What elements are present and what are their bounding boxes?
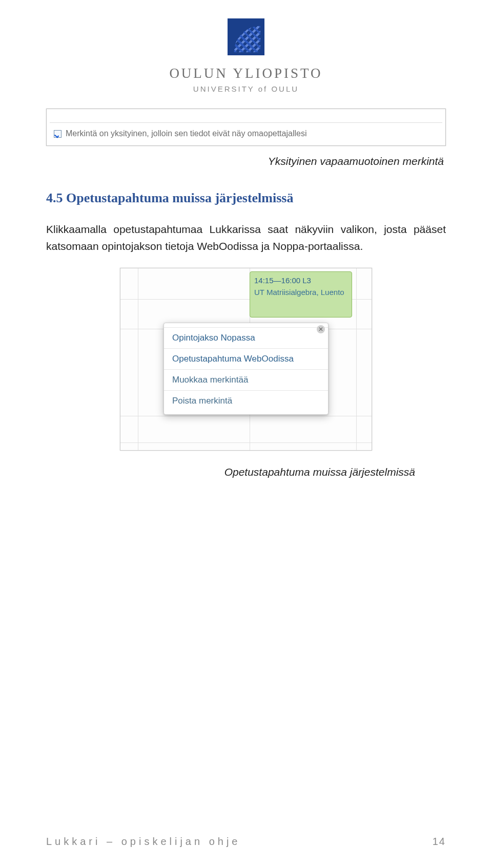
page-footer: Lukkari – opiskelijan ohje 14 [46,836,446,848]
grid-line [138,268,138,450]
university-name-fi: OULUN YLIOPISTO [46,66,446,81]
context-menu: ✕ Opintojakso Nopassa Opetustapahtuma We… [163,323,329,415]
event-time: 14:15—16:00 L3 [254,275,347,286]
menu-item-edit-mark[interactable]: Muokkaa merkintää [164,369,328,390]
menu-item-delete-mark[interactable]: Poista merkintä [164,390,328,411]
university-logo-tile [228,18,264,55]
university-name-en: UNIVERSITY of OULU [46,84,446,93]
grid-line [356,268,357,450]
close-icon[interactable]: ✕ [317,325,325,333]
private-mark-label: Merkintä on yksityinen, jolloin sen tied… [66,129,306,138]
grid-line [120,416,372,416]
menu-item-noppa[interactable]: Opintojakso Nopassa [164,327,328,348]
calendar-event[interactable]: 14:15—16:00 L3 UT Matriisialgebra, Luent… [250,271,352,317]
menu-item-weboodi[interactable]: Opetustapahtuma WebOodissa [164,348,328,369]
caption-private-mark: Yksityinen vapaamuotoinen merkintä [46,155,444,167]
section-heading: 4.5 Opetustapahtuma muissa järjestelmiss… [46,190,446,206]
logo-header: OULUN YLIOPISTO UNIVERSITY of OULU [46,18,446,93]
page-number: 14 [433,836,446,848]
screenshot-context-menu: 14:15—16:00 L3 UT Matriisialgebra, Luent… [120,268,372,451]
section-paragraph: Klikkaamalla opetustapahtumaa Lukkarissa… [46,221,446,255]
grid-line [120,442,372,443]
event-title: UT Matriisialgebra, Luento [254,287,347,298]
screenshot-private-mark-checkbox: Merkintä on yksityinen, jolloin sen tied… [46,109,446,146]
caption-context-menu: Opetustapahtuma muissa järjestelmissä [46,466,415,478]
private-mark-checkbox[interactable] [54,130,61,138]
footer-text: Lukkari – opiskelijan ohje [46,836,240,848]
panel-divider [50,114,442,123]
